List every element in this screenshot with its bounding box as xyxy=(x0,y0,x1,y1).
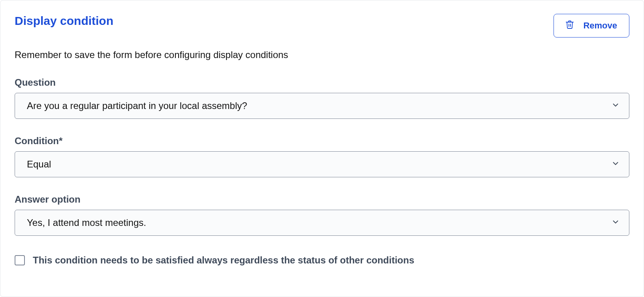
mandatory-checkbox-label[interactable]: This condition needs to be satisfied alw… xyxy=(33,255,414,266)
question-field-group: Question Are you a regular participant i… xyxy=(15,77,629,119)
answer-option-select[interactable]: Yes, I attend most meetings. xyxy=(15,210,629,236)
question-label: Question xyxy=(15,77,629,88)
question-select-value: Are you a regular participant in your lo… xyxy=(27,100,247,111)
mandatory-checkbox[interactable] xyxy=(15,255,25,265)
remove-button[interactable]: Remove xyxy=(554,14,629,38)
question-select[interactable]: Are you a regular participant in your lo… xyxy=(15,93,629,119)
hint-text: Remember to save the form before configu… xyxy=(15,49,629,60)
panel-title: Display condition xyxy=(15,14,113,28)
condition-select-wrap: Equal xyxy=(15,151,629,177)
condition-field-group: Condition* Equal xyxy=(15,135,629,177)
trash-icon xyxy=(565,20,574,32)
answer-option-label: Answer option xyxy=(15,194,629,205)
answer-option-field-group: Answer option Yes, I attend most meeting… xyxy=(15,194,629,236)
question-select-wrap: Are you a regular participant in your lo… xyxy=(15,93,629,119)
condition-select[interactable]: Equal xyxy=(15,151,629,177)
remove-button-label: Remove xyxy=(583,21,617,31)
condition-select-value: Equal xyxy=(27,159,51,170)
condition-label: Condition* xyxy=(15,135,629,147)
answer-option-select-wrap: Yes, I attend most meetings. xyxy=(15,210,629,236)
answer-option-select-value: Yes, I attend most meetings. xyxy=(27,217,146,228)
display-condition-panel: Display condition Remove Remember to sav… xyxy=(0,0,644,297)
mandatory-checkbox-row: This condition needs to be satisfied alw… xyxy=(15,255,629,266)
panel-header: Display condition Remove xyxy=(15,14,629,38)
